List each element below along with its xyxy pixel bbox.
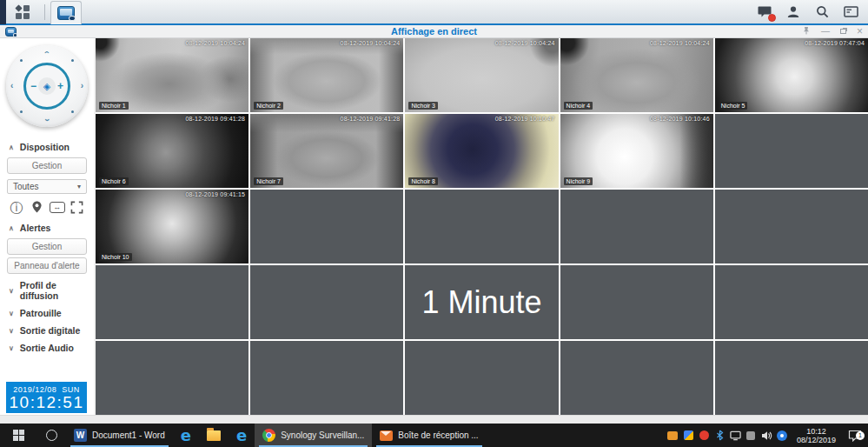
ptz-home-button[interactable]: ◈ [38, 77, 56, 95]
taskbar-item-label: Document1 - Word [92, 430, 165, 440]
camera-cell[interactable]: 08-12-2019 07:47:04Nichoir 5 [715, 38, 868, 112]
empty-cell[interactable] [405, 190, 558, 264]
empty-cell[interactable] [96, 265, 248, 339]
alert-panel-button[interactable]: Panneau d'alerte [7, 257, 87, 274]
search-icon [816, 5, 829, 18]
empty-cell[interactable] [405, 341, 558, 415]
info-button[interactable]: ⓘ [8, 199, 25, 215]
mail-icon [380, 430, 393, 441]
camera-cell[interactable]: 08-12-2019 09:41:28Nichoir 7 [250, 114, 403, 188]
empty-cell[interactable] [715, 114, 868, 188]
sidebar-section-sortie-digitale[interactable]: ∨Sortie digitale [0, 322, 94, 339]
section-label: Disposition [20, 142, 70, 152]
display-icon[interactable] [730, 430, 741, 441]
empty-cell[interactable] [250, 341, 403, 415]
tray-blue-icon[interactable] [777, 430, 788, 441]
fullscreen-button[interactable] [69, 199, 86, 215]
tray-color-icon[interactable] [683, 430, 694, 441]
camera-cell[interactable]: 08-12-2019 10:10:46Nichoir 9 [560, 114, 713, 188]
taskbar-item[interactable] [199, 424, 229, 447]
emap-button[interactable] [28, 199, 45, 215]
info-icon: ⓘ [10, 201, 23, 214]
stretch-fit-button[interactable]: ↔ [49, 199, 66, 215]
volume-icon[interactable] [761, 430, 772, 441]
minimize-button[interactable]: — [821, 27, 830, 36]
ptz-diagonal-dot [20, 110, 23, 113]
screen-edge-artifact [0, 0, 6, 24]
camera-cell[interactable]: 08-12-2019 10:04:24Nichoir 3 [405, 38, 558, 112]
sidebar-section-profil-de-diffusion[interactable]: ∨Profil de diffusion [0, 277, 94, 304]
empty-cell[interactable] [715, 265, 868, 339]
section-header-disposition[interactable]: ∧ Disposition [0, 137, 94, 155]
zoom-out-button[interactable]: − [30, 80, 36, 92]
clock-time: 10:12:51 [6, 394, 87, 411]
action-center-button[interactable]: 1 [845, 430, 865, 442]
empty-cell[interactable] [560, 265, 713, 339]
chevron-down-icon: ∨ [9, 287, 14, 295]
start-button[interactable] [0, 424, 36, 447]
section-header-alertes[interactable]: ∧ Alertes [0, 218, 94, 236]
ptz-left-arrow[interactable]: ‹ [10, 82, 13, 90]
empty-cell[interactable] [715, 341, 868, 415]
widgets-button[interactable] [842, 3, 859, 21]
empty-cell[interactable] [250, 190, 403, 264]
chevron-up-icon: ∧ [9, 143, 14, 151]
main-area: › › ‹ › − ◈ + ∧ Disposition Gestion Tout… [0, 38, 868, 415]
tray-red-icon[interactable] [699, 430, 710, 441]
camera-timestamp: 08-12-2019 09:41:28 [185, 116, 245, 122]
camera-name-label: Nichoir 10 [99, 253, 132, 261]
taskbar-item[interactable]: e [173, 424, 199, 447]
tray-clock[interactable]: 10:12 08/12/2019 [792, 427, 840, 444]
empty-cell[interactable] [96, 341, 248, 415]
widgets-icon [844, 6, 858, 17]
empty-cell[interactable] [250, 265, 403, 339]
search-button[interactable] [813, 3, 831, 21]
zoom-in-button[interactable]: + [57, 80, 63, 92]
camera-cell[interactable]: 08-12-2019 10:10:47Nichoir 8 [405, 114, 558, 188]
layout-manage-button[interactable]: Gestion [7, 157, 87, 174]
empty-cell[interactable] [560, 190, 713, 264]
active-app-tab[interactable] [50, 1, 82, 24]
taskbar-item[interactable]: e [229, 424, 255, 447]
camera-cell[interactable]: 08-12-2019 09:41:28Nichoir 6 [96, 114, 248, 188]
camera-cell[interactable]: 08-12-2019 10:04:24Nichoir 1 [96, 38, 248, 112]
restore-icon [840, 29, 846, 34]
pin-window-button[interactable] [802, 26, 811, 37]
close-button[interactable]: × [857, 27, 863, 36]
camera-timestamp: 08-12-2019 07:47:04 [805, 40, 865, 46]
camera-filter-select[interactable]: Toutes ▾ [7, 179, 87, 194]
edge-icon: e [236, 429, 247, 443]
fit-stretch-icon: ↔ [50, 202, 65, 213]
taskbar-item[interactable]: Boîte de réception ... [372, 424, 486, 447]
ptz-up-arrow[interactable]: › [43, 50, 51, 53]
main-menu-button[interactable] [6, 0, 39, 24]
camera-cell[interactable]: 08-12-2019 10:04:24Nichoir 2 [250, 38, 403, 112]
camera-name-label: Nichoir 8 [408, 177, 438, 185]
camera-cell[interactable]: 08-12-2019 09:41:15Nichoir 10 [96, 190, 248, 264]
restore-button[interactable] [840, 27, 846, 36]
empty-cell[interactable] [560, 341, 713, 415]
fullscreen-icon [70, 201, 83, 214]
alerts-manage-button[interactable]: Gestion [7, 238, 87, 255]
section-label: Sortie digitale [20, 325, 80, 336]
sidebar-section-patrouille[interactable]: ∨Patrouille [0, 304, 94, 322]
empty-cell[interactable] [715, 190, 868, 264]
user-icon [786, 5, 800, 18]
camera-name-label: Nichoir 6 [99, 177, 129, 185]
bluetooth-icon[interactable] [714, 430, 726, 441]
sidebar-section-sortie-audio[interactable]: ∨Sortie Audio [0, 339, 94, 357]
ptz-control[interactable]: › › ‹ › − ◈ + [6, 45, 88, 127]
cortana-button[interactable] [36, 424, 66, 447]
tray-gray-icon[interactable] [745, 430, 757, 441]
ptz-down-arrow[interactable]: › [43, 118, 51, 121]
taskbar-item[interactable]: WDocument1 - Word [66, 424, 173, 447]
camera-cell-message[interactable]: 1 Minute [405, 265, 558, 339]
user-menu-button[interactable] [785, 3, 802, 21]
ptz-right-arrow[interactable]: › [81, 82, 83, 90]
camera-timestamp: 08-12-2019 10:04:24 [341, 40, 401, 46]
camera-cell[interactable]: 08-12-2019 10:04:24Nichoir 4 [560, 38, 713, 112]
notifications-button[interactable] [756, 3, 773, 21]
main-menu-icon [16, 5, 30, 19]
tray-orange-icon[interactable] [667, 430, 679, 441]
taskbar-item[interactable]: Synology Surveillan... [255, 424, 372, 447]
